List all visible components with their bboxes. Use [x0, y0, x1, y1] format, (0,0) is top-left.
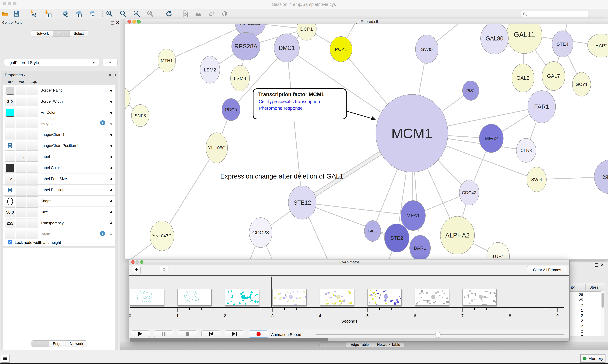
float-panel-icon[interactable]: [111, 21, 114, 25]
tab-edge[interactable]: Edge: [49, 341, 66, 347]
skip-end-button[interactable]: [225, 330, 244, 337]
table-cell-value[interactable]: 2: [572, 319, 583, 323]
node-dcp1[interactable]: DCP1: [297, 24, 316, 40]
info-icon[interactable]: i: [100, 120, 105, 125]
play-button[interactable]: [131, 330, 150, 337]
property-row-image-chart-position-1[interactable]: Image/Chart Position 1◀: [3, 140, 115, 151]
node-gal80[interactable]: GAL80: [481, 24, 508, 54]
mapping-cell[interactable]: [16, 230, 27, 239]
text-annotation[interactable]: Expression change after deletion of GAL1: [220, 172, 344, 180]
float-panel-icon[interactable]: [595, 263, 598, 267]
property-row-fill-color[interactable]: Fill Color◀: [3, 107, 115, 118]
property-row-width[interactable]: Widthi◀: [3, 229, 115, 240]
expand-row-icon[interactable]: ◀: [110, 111, 112, 114]
mapping-cell[interactable]: [16, 141, 27, 151]
edge[interactable]: [162, 148, 217, 236]
tab-style[interactable]: Style: [53, 30, 69, 37]
import-table-button[interactable]: [45, 10, 52, 17]
skip-start-button[interactable]: [201, 330, 221, 337]
tab-edge-table[interactable]: Edge Table: [346, 342, 373, 347]
node-slt2[interactable]: SLT2: [594, 160, 608, 194]
bypass-cell[interactable]: [27, 219, 38, 228]
frame-thumbnail-6[interactable]: [415, 289, 449, 306]
close-panel-icon[interactable]: ✕: [600, 263, 604, 267]
bypass-cell[interactable]: [27, 86, 38, 95]
clear-all-frames-button[interactable]: Clear All Frames: [527, 266, 567, 274]
bypass-cell[interactable]: [27, 119, 38, 128]
property-row-label-color[interactable]: Label Color◀: [3, 162, 115, 173]
node-dmc1[interactable]: DMC1: [274, 34, 299, 62]
table-scrollbar[interactable]: [601, 291, 604, 336]
mapping-cell[interactable]: [16, 86, 27, 95]
stop-button[interactable]: [178, 330, 197, 337]
export-network-button[interactable]: [61, 10, 69, 17]
table-cell-value[interactable]: 2: [572, 324, 583, 328]
expand-row-icon[interactable]: ◀: [110, 122, 112, 125]
frame-thumbnail-5[interactable]: [368, 289, 401, 306]
node-snf3[interactable]: SNF3: [131, 104, 149, 127]
frame-thumbnail-3[interactable]: [273, 289, 306, 306]
mapping-cell[interactable]: [16, 130, 27, 140]
property-row-label[interactable]: ⋮ ›Label◀: [3, 151, 115, 162]
node-far1[interactable]: FAR1: [528, 91, 556, 123]
bypass-cell[interactable]: [27, 174, 38, 184]
node-rps28a[interactable]: RPS28A: [232, 32, 260, 60]
lock-size-checkbox[interactable]: ✓: [8, 240, 12, 245]
node-gal11[interactable]: GAL11: [507, 24, 542, 54]
mapping-cell[interactable]: [16, 219, 27, 228]
node-swi5[interactable]: SWI5: [415, 35, 438, 64]
properties-header[interactable]: Properties ▾: [5, 73, 26, 77]
zoom-fit-button[interactable]: [133, 10, 140, 17]
node-pck1[interactable]: PCK1: [330, 37, 352, 62]
expand-row-icon[interactable]: ◀: [110, 133, 112, 136]
annotation-link-1[interactable]: Cell-type-specific transcription: [259, 99, 320, 104]
zoom-in-button[interactable]: [106, 10, 113, 17]
node-edge1[interactable]: [125, 87, 130, 110]
cyanimator-titlebar[interactable]: CyAnimator: [129, 260, 569, 265]
bypass-cell[interactable]: [27, 152, 38, 162]
search-input[interactable]: [528, 12, 587, 17]
default-value-cell[interactable]: [5, 163, 15, 173]
node-gic2[interactable]: GIC2: [364, 221, 381, 241]
node-yil105c[interactable]: YIL105C: [206, 133, 228, 163]
default-value-cell[interactable]: [5, 130, 15, 140]
playhead[interactable]: [271, 277, 272, 308]
frame-thumbnail-0[interactable]: [130, 289, 164, 306]
scrollbar-thumb[interactable]: [130, 338, 328, 341]
expand-row-icon[interactable]: ◀: [110, 188, 112, 192]
mapping-cell[interactable]: [16, 196, 27, 206]
property-row-border-width[interactable]: 2.0Border Width◀: [3, 96, 115, 107]
frame-thumbnail-7[interactable]: [462, 289, 497, 306]
bypass-cell[interactable]: [27, 196, 38, 206]
network-canvas[interactable]: RPS28BDCP1RPS28ADMC1PCK1MTH1LSM2LSM4SWI5…: [125, 24, 608, 260]
tab-node-table[interactable]: Node Table: [320, 342, 346, 347]
delete-frame-button[interactable]: [160, 266, 168, 274]
node-mfa1[interactable]: MFA1: [401, 200, 426, 231]
property-row-label-position[interactable]: Label Position◀: [3, 184, 115, 195]
mapping-cell[interactable]: [16, 119, 27, 128]
default-value-cell[interactable]: 2.0: [5, 97, 15, 106]
frame-thumbnail-1[interactable]: [178, 289, 211, 306]
export-image-button[interactable]: [88, 10, 96, 17]
frame-thumbnail-2[interactable]: [225, 289, 259, 306]
export-table-button[interactable]: [75, 10, 82, 17]
default-value-cell[interactable]: [5, 152, 15, 162]
table-cell-value[interactable]: 26: [572, 293, 583, 297]
show-button[interactable]: [221, 10, 228, 17]
default-value-cell[interactable]: 255: [5, 219, 15, 228]
table-header-row[interactable]: ity Stres: [570, 283, 604, 292]
property-row-border-paint[interactable]: Border Paint◀: [3, 85, 115, 96]
node-pdc5[interactable]: PDC5: [222, 99, 240, 121]
node-gcy1[interactable]: GCY1: [572, 72, 591, 96]
expand-row-icon[interactable]: ◀: [110, 177, 112, 181]
hide-button[interactable]: [208, 10, 215, 17]
bypass-cell[interactable]: [27, 108, 38, 117]
default-value-cell[interactable]: [5, 86, 15, 95]
table-cell-value[interactable]: 1: [572, 308, 583, 312]
expand-row-icon[interactable]: ◀: [110, 155, 112, 159]
refresh-button[interactable]: [165, 10, 172, 17]
expand-row-icon[interactable]: ◀: [110, 199, 112, 203]
network-window-titlebar[interactable]: galFiltered.sif: [125, 19, 608, 24]
property-row-image-chart-1[interactable]: Image/Chart 1◀: [3, 129, 115, 140]
node-mfa2[interactable]: MFA2: [479, 124, 503, 153]
